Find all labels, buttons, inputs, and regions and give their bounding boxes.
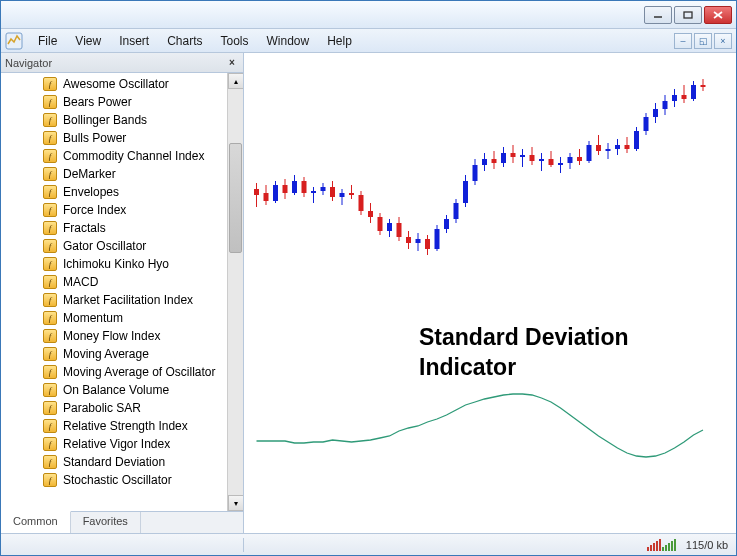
indicator-label: Awesome Oscillator xyxy=(63,77,169,91)
indicator-item[interactable]: fStandard Deviation xyxy=(7,453,227,471)
indicator-label: Commodity Channel Index xyxy=(63,149,204,163)
svg-rect-36 xyxy=(397,223,402,237)
svg-rect-14 xyxy=(292,181,297,193)
indicator-item[interactable]: fRelative Strength Index xyxy=(7,417,227,435)
function-icon: f xyxy=(43,437,57,451)
svg-rect-16 xyxy=(302,181,307,193)
function-icon: f xyxy=(43,203,57,217)
indicator-label: Force Index xyxy=(63,203,126,217)
navigator-scrollbar[interactable]: ▴ ▾ xyxy=(227,73,243,511)
svg-rect-46 xyxy=(444,219,449,229)
svg-rect-28 xyxy=(359,195,364,211)
indicator-item[interactable]: fForce Index xyxy=(7,201,227,219)
indicator-item[interactable]: fMoving Average of Oscillator xyxy=(7,363,227,381)
indicator-label: Relative Vigor Index xyxy=(63,437,170,451)
svg-rect-100 xyxy=(701,85,706,87)
svg-rect-52 xyxy=(473,165,478,181)
indicator-item[interactable]: fBears Power xyxy=(7,93,227,111)
indicator-item[interactable]: fAwesome Oscillator xyxy=(7,75,227,93)
indicator-label: Parabolic SAR xyxy=(63,401,141,415)
indicator-item[interactable]: fIchimoku Kinko Hyo xyxy=(7,255,227,273)
indicator-item[interactable]: fMoving Average xyxy=(7,345,227,363)
indicator-label: MACD xyxy=(63,275,98,289)
menu-file[interactable]: File xyxy=(29,31,66,51)
menu-tools[interactable]: Tools xyxy=(212,31,258,51)
indicator-label: Market Facilitation Index xyxy=(63,293,193,307)
indicator-label: Momentum xyxy=(63,311,123,325)
indicator-item[interactable]: fStochastic Oscillator xyxy=(7,471,227,489)
function-icon: f xyxy=(43,113,57,127)
function-icon: f xyxy=(43,221,57,235)
indicator-item[interactable]: fOn Balance Volume xyxy=(7,381,227,399)
svg-rect-82 xyxy=(615,145,620,149)
svg-rect-40 xyxy=(416,239,421,243)
mdi-controls: – ◱ × xyxy=(672,33,732,49)
mdi-close-button[interactable]: × xyxy=(714,33,732,49)
tab-common[interactable]: Common xyxy=(1,511,71,533)
svg-rect-10 xyxy=(273,185,278,201)
indicator-label: DeMarker xyxy=(63,167,116,181)
mdi-minimize-button[interactable]: – xyxy=(674,33,692,49)
function-icon: f xyxy=(43,473,57,487)
svg-rect-84 xyxy=(625,145,630,149)
function-icon: f xyxy=(43,95,57,109)
svg-rect-80 xyxy=(606,149,611,151)
indicator-item[interactable]: fParabolic SAR xyxy=(7,399,227,417)
svg-rect-78 xyxy=(596,145,601,151)
window-close-button[interactable] xyxy=(704,6,732,24)
indicator-item[interactable]: fMACD xyxy=(7,273,227,291)
indicator-item[interactable]: fDeMarker xyxy=(7,165,227,183)
indicator-label: Moving Average of Oscillator xyxy=(63,365,216,379)
navigator-close-button[interactable]: × xyxy=(225,56,239,70)
svg-rect-26 xyxy=(349,193,354,195)
mdi-restore-button[interactable]: ◱ xyxy=(694,33,712,49)
indicator-label: Money Flow Index xyxy=(63,329,160,343)
window-minimize-button[interactable] xyxy=(644,6,672,24)
indicator-label: Bears Power xyxy=(63,95,132,109)
indicator-item[interactable]: fFractals xyxy=(7,219,227,237)
function-icon: f xyxy=(43,311,57,325)
menu-insert[interactable]: Insert xyxy=(110,31,158,51)
indicator-item[interactable]: fMomentum xyxy=(7,309,227,327)
svg-rect-50 xyxy=(463,181,468,203)
indicator-label: On Balance Volume xyxy=(63,383,169,397)
tab-favorites[interactable]: Favorites xyxy=(71,512,141,533)
scroll-down-button[interactable]: ▾ xyxy=(228,495,243,511)
function-icon: f xyxy=(43,347,57,361)
navigator-tree[interactable]: fAwesome OscillatorfBears PowerfBollinge… xyxy=(1,73,227,511)
svg-rect-96 xyxy=(682,95,687,99)
app-icon xyxy=(5,32,23,50)
indicator-item[interactable]: fBulls Power xyxy=(7,129,227,147)
chart-canvas xyxy=(244,53,736,513)
status-separator xyxy=(243,538,244,552)
function-icon: f xyxy=(43,419,57,433)
svg-rect-60 xyxy=(511,153,516,157)
svg-rect-32 xyxy=(378,217,383,231)
menu-view[interactable]: View xyxy=(66,31,110,51)
svg-rect-86 xyxy=(634,131,639,149)
svg-rect-1 xyxy=(684,12,692,18)
overlay-text-line1: Standard Deviation xyxy=(419,323,629,353)
svg-rect-42 xyxy=(425,239,430,249)
indicator-item[interactable]: fMarket Facilitation Index xyxy=(7,291,227,309)
indicator-item[interactable]: fGator Oscillator xyxy=(7,237,227,255)
window-titlebar xyxy=(1,1,736,29)
indicator-item[interactable]: fCommodity Channel Index xyxy=(7,147,227,165)
scroll-thumb[interactable] xyxy=(229,143,242,253)
indicator-item[interactable]: fEnvelopes xyxy=(7,183,227,201)
menu-help[interactable]: Help xyxy=(318,31,361,51)
menu-charts[interactable]: Charts xyxy=(158,31,211,51)
navigator-tabs: Common Favorites xyxy=(1,511,243,533)
indicator-item[interactable]: fMoney Flow Index xyxy=(7,327,227,345)
menu-window[interactable]: Window xyxy=(258,31,319,51)
svg-rect-72 xyxy=(568,157,573,163)
chart-area[interactable]: Standard Deviation Indicator xyxy=(244,53,736,533)
svg-rect-76 xyxy=(587,145,592,161)
svg-rect-24 xyxy=(340,193,345,197)
scroll-up-button[interactable]: ▴ xyxy=(228,73,243,89)
svg-rect-12 xyxy=(283,185,288,193)
window-maximize-button[interactable] xyxy=(674,6,702,24)
indicator-item[interactable]: fBollinger Bands xyxy=(7,111,227,129)
svg-rect-90 xyxy=(653,109,658,117)
indicator-item[interactable]: fRelative Vigor Index xyxy=(7,435,227,453)
